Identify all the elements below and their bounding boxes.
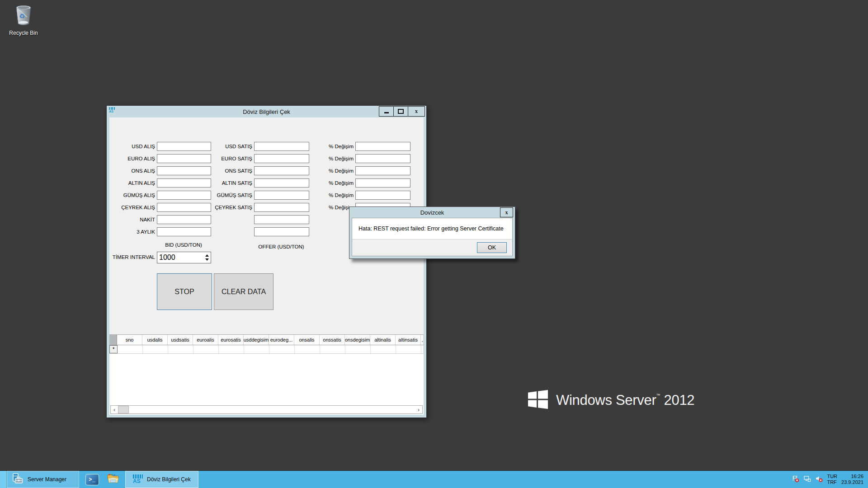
degisim-column: % Değişim % Değişim % Değişim % [304,142,410,215]
satis-input[interactable] [254,142,309,151]
grid-cell[interactable] [320,345,345,353]
grid-cell[interactable] [168,345,193,353]
form-row: USD SATIŞ [209,142,309,151]
grid-new-row-marker[interactable]: * [109,345,118,353]
svg-text:♻: ♻ [19,12,25,20]
grid-column-header[interactable]: usdalis [142,335,168,345]
degisim-input[interactable] [355,166,410,175]
form-row: EURO SATIŞ [209,154,309,163]
grid-cell[interactable] [269,345,295,353]
grid-cell[interactable] [345,345,371,353]
grid-cell[interactable] [295,345,320,353]
grid-horizontal-scrollbar: ‹ › [110,405,423,414]
grid-column-header[interactable]: usdsatis [168,335,193,345]
stepper-down-icon[interactable] [205,258,209,261]
stop-button[interactable]: STOP [157,273,212,310]
taskbar-file-explorer-button[interactable] [103,471,123,488]
degisim-input[interactable] [355,142,410,151]
clear-data-button[interactable]: CLEAR DATA [214,273,274,310]
network-icon[interactable] [803,475,811,484]
alis-input[interactable] [157,191,211,200]
field-label: EURO SATIŞ [209,156,254,161]
alis-input[interactable] [157,142,211,151]
scroll-right-icon[interactable]: › [415,406,422,413]
degisim-input[interactable] [355,178,410,188]
form-row: ÇEYREK ALIŞ [112,203,211,212]
satis-input[interactable] [254,203,309,212]
alis-input[interactable] [157,166,211,175]
bid-caption: BID (USD/TON) [157,242,210,248]
grid-column-header[interactable]: onssatis [320,335,345,345]
grid-column-header[interactable]: onsalis [294,335,320,345]
app-window-title: Döviz Bilgileri Çek [107,108,426,115]
grid-cell[interactable] [244,345,269,353]
grid-column-header[interactable]: sno [117,335,142,345]
grid-cell[interactable] [219,345,244,353]
error-message: Hata: REST request failed: Error getting… [352,218,512,239]
satis-input[interactable] [254,178,309,188]
grid-cell[interactable] [396,345,421,353]
error-dialog-titlebar[interactable]: Dovizcek [349,207,515,218]
desktop[interactable]: ♻ Recycle Bin Windows Server™ 2012 AS Dö… [0,0,868,488]
form-row [209,227,309,236]
alis-input[interactable] [157,178,211,188]
grid-column-header[interactable]: eurodeg... [269,335,294,345]
taskbar-doviz-app-button[interactable]: AS Döviz Bilgileri Çek [125,471,198,488]
form-row: GÜMÜŞ ALIŞ [112,191,211,200]
satis-input[interactable] [254,166,309,175]
server-manager-icon [12,473,24,486]
volume-muted-icon[interactable] [815,475,823,484]
satis-input[interactable] [254,215,309,224]
clock[interactable]: 16:26 23.9.2021 [841,474,863,485]
scrollbar-track[interactable] [129,406,415,413]
field-label: % Değişim [304,180,355,186]
grid-cell[interactable] [143,345,168,353]
doviz-app-icon: AS [133,474,143,484]
grid-column-header[interactable]: altinalis [370,335,396,345]
taskbar-server-manager-button[interactable]: Server Manager [7,471,79,488]
field-label: EURO ALIŞ [112,156,157,161]
grid-column-header[interactable]: . [421,335,424,345]
action-center-alert-icon[interactable] [792,475,799,484]
dialog-close-icon: x [505,209,508,216]
language-indicator[interactable]: TUR TRF [827,474,837,485]
grid-column-header[interactable]: usddegisim [244,335,269,345]
recycle-bin-shortcut[interactable]: ♻ Recycle Bin [5,4,42,36]
alis-input[interactable] [157,154,211,163]
grid-column-header[interactable]: onsdegisim [345,335,370,345]
grid-cell[interactable] [193,345,219,353]
satis-input[interactable] [254,154,309,163]
alis-input[interactable] [157,203,211,212]
field-label: 3 AYLIK [112,229,157,235]
minimize-button[interactable] [379,106,394,117]
form-row: ONS ALIŞ [112,166,211,175]
timer-interval-input[interactable] [157,252,203,263]
maximize-button[interactable] [393,106,408,117]
degisim-input[interactable] [355,154,410,163]
start-corner-strip[interactable] [0,471,7,488]
grid-cell[interactable] [371,345,396,353]
grid-column-header[interactable]: eurosatis [218,335,244,345]
alis-input[interactable] [157,227,211,236]
grid-cell[interactable] [118,345,143,353]
alis-input[interactable] [157,215,211,224]
powershell-icon: >_ [85,474,99,485]
stepper-up-icon[interactable] [205,254,209,257]
degisim-input[interactable] [355,191,410,200]
scroll-left-icon[interactable]: ‹ [111,406,118,413]
ok-button[interactable]: OK [477,242,507,253]
grid-corner-cell[interactable] [109,335,117,345]
grid-cell[interactable] [421,345,424,353]
grid-column-header[interactable]: euroalis [193,335,218,345]
dialog-close-button[interactable]: x [500,207,513,217]
satis-input[interactable] [254,191,309,200]
app-window-titlebar[interactable]: AS Döviz Bilgileri Çek [107,106,426,117]
app-client-area: USD ALIŞ EURO ALIŞ ONS ALIŞ ALTI [109,117,424,415]
satis-input[interactable] [254,227,309,236]
taskbar-powershell-button[interactable]: >_ [82,471,103,488]
grid-column-header[interactable]: altinsatis [396,335,421,345]
close-button[interactable]: x [408,106,425,117]
file-explorer-icon [107,473,119,486]
scrollbar-thumb[interactable] [118,406,129,413]
data-grid: sno usdalis usdsatis euroalis eurosatis … [109,334,424,415]
